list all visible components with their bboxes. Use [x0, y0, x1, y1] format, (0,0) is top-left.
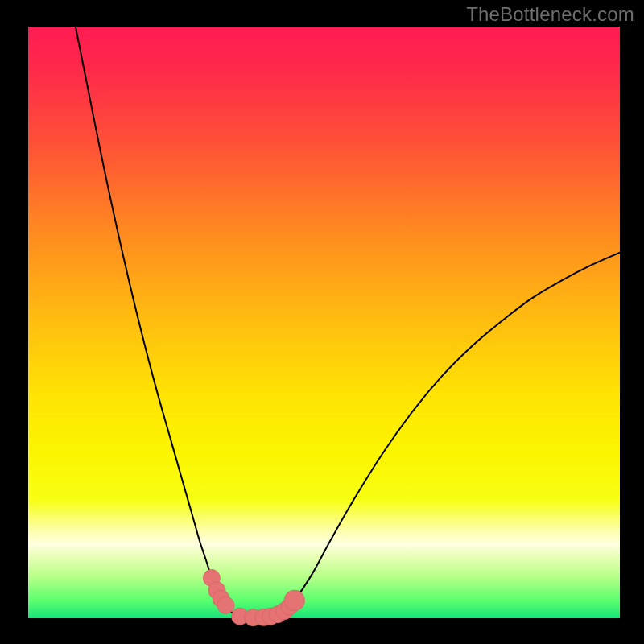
watermark-text: TheBottleneck.com	[466, 3, 634, 26]
bottleneck-chart	[0, 0, 644, 644]
gradient-background	[28, 27, 620, 618]
data-marker	[284, 590, 305, 611]
data-marker	[217, 597, 234, 613]
chart-frame: TheBottleneck.com	[0, 0, 644, 644]
